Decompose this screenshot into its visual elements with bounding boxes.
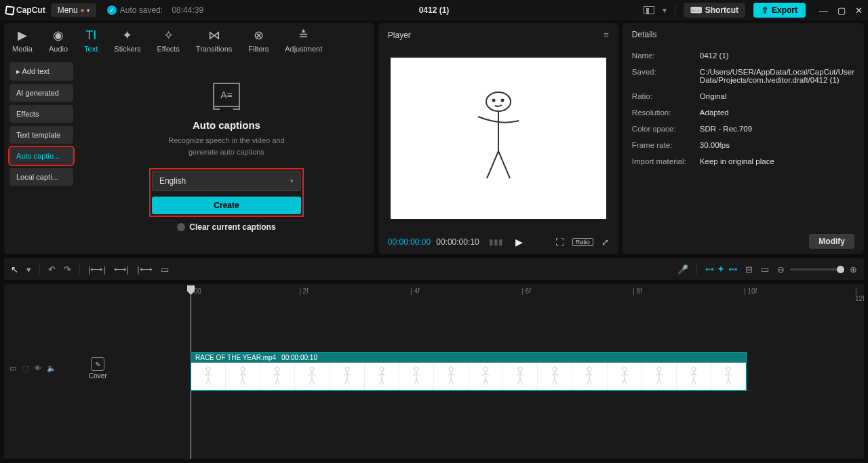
player-canvas[interactable] <box>391 58 606 219</box>
keyboard-icon: ⌨ <box>690 5 702 15</box>
svg-line-31 <box>344 379 347 385</box>
undo-button[interactable]: ↶ <box>48 264 56 275</box>
sidebar-item[interactable]: Text template <box>9 126 73 144</box>
tab-effects[interactable]: ✧Effects <box>157 28 179 53</box>
columns-icon[interactable]: ▮▮▮ <box>489 237 503 247</box>
mute-icon[interactable]: 🔈 <box>47 364 56 373</box>
svg-line-86 <box>659 379 662 385</box>
time-duration: 00:00:00:10 <box>436 237 479 247</box>
cursor-dropdown[interactable]: ▾ <box>26 264 31 275</box>
sidebar-item[interactable]: Effects <box>9 105 73 123</box>
svg-line-74 <box>589 379 592 385</box>
export-button[interactable]: ⇧Export <box>753 3 806 18</box>
svg-line-44 <box>416 379 419 385</box>
svg-line-84 <box>659 374 663 376</box>
details-row: Frame rate:30.00fps <box>632 141 854 149</box>
clear-captions-checkbox[interactable]: Clear current captions <box>177 222 275 232</box>
split-tool[interactable]: |⟷| <box>88 264 106 275</box>
tab-audio[interactable]: ◉Audio <box>49 28 68 53</box>
magnet-2[interactable]: ✦ <box>717 264 724 274</box>
check-icon: ✓ <box>107 5 117 15</box>
project-title: 0412 (1) <box>419 5 450 15</box>
split-left[interactable]: ⟷| <box>114 264 129 275</box>
auto-captions-content: A≡ Auto captions Recognize speech in the… <box>79 56 374 254</box>
close-button[interactable]: ✕ <box>855 5 863 16</box>
svg-line-5 <box>205 374 208 376</box>
svg-line-92 <box>694 379 696 385</box>
create-button[interactable]: Create <box>152 197 301 214</box>
svg-line-65 <box>551 374 555 376</box>
highlighted-area: English▾ Create <box>149 168 304 217</box>
svg-line-54 <box>486 374 489 376</box>
player-title: Player <box>388 31 411 40</box>
clip-duration: 00:00:00:10 <box>281 354 317 361</box>
mic-icon[interactable]: 🎤 <box>677 264 688 275</box>
svg-line-72 <box>589 374 593 376</box>
track-toggle-icon[interactable]: ▭ <box>9 364 16 373</box>
svg-line-20 <box>277 379 280 385</box>
svg-line-47 <box>448 374 451 376</box>
svg-line-48 <box>451 374 454 376</box>
menu-button[interactable]: Menu▾ <box>51 3 96 17</box>
cursor-tool[interactable]: ↖ <box>11 264 18 275</box>
eye-icon[interactable]: 👁 <box>34 364 41 373</box>
ratio-button[interactable]: Ratio <box>572 238 593 246</box>
video-clip[interactable]: RACE OF THE YEAR.mp400:00:00:10 <box>191 352 747 391</box>
magnet-3[interactable]: ▪-▪ <box>728 264 737 274</box>
zoom-slider[interactable] <box>790 268 844 270</box>
app-name: CapCut <box>16 5 45 15</box>
maximize-button[interactable]: ▢ <box>837 5 846 16</box>
preview-icon[interactable]: ▭ <box>761 264 769 275</box>
svg-line-49 <box>448 379 451 385</box>
svg-point-93 <box>726 367 730 371</box>
svg-line-71 <box>586 374 589 376</box>
details-row: Import material:Keep in original place <box>632 157 854 165</box>
sidebar-item[interactable]: Auto captio... <box>9 147 73 165</box>
svg-line-30 <box>347 374 351 376</box>
auto-captions-desc: Recognize speech in the video andgenerat… <box>168 135 284 157</box>
redo-button[interactable]: ↷ <box>64 264 71 275</box>
svg-point-33 <box>380 367 384 371</box>
language-dropdown[interactable]: English▾ <box>152 171 301 191</box>
svg-line-38 <box>382 379 384 385</box>
sidebar-item[interactable]: AI generated <box>9 84 73 102</box>
details-row: Color space:SDR - Rec.709 <box>632 125 854 133</box>
delete-tool[interactable]: ▭ <box>161 264 169 275</box>
svg-point-27 <box>345 367 349 371</box>
focus-icon[interactable]: ⛶ <box>555 237 564 247</box>
timeline-ruler[interactable]: :00| 2f| 4f| 6f| 8f| 10f| 12f <box>82 284 864 300</box>
align-icon[interactable]: ⊟ <box>745 264 753 275</box>
svg-point-2 <box>501 99 503 101</box>
svg-line-97 <box>726 379 728 385</box>
zoom-out[interactable]: ⊖ <box>777 264 785 275</box>
tab-text[interactable]: TIText <box>84 28 98 53</box>
timeline-gutter: ▭ ⬚ 👁 🔈 <box>4 284 82 459</box>
player-menu-icon[interactable]: ≡ <box>604 30 609 40</box>
tab-media[interactable]: ▶Media <box>12 28 33 53</box>
modify-button[interactable]: Modify <box>809 234 854 249</box>
lock-icon[interactable]: ⬚ <box>22 364 28 373</box>
layout-icon[interactable] <box>644 6 654 14</box>
tab-transitions[interactable]: ⋈Transitions <box>196 28 232 53</box>
svg-line-37 <box>379 379 382 385</box>
shortcut-button[interactable]: ⌨Shortcut <box>684 3 745 18</box>
minimize-button[interactable]: — <box>819 5 828 16</box>
frame-preview <box>468 87 529 190</box>
tab-filters[interactable]: ⊗Filters <box>248 28 269 53</box>
sidebar-item[interactable]: Local capti... <box>9 168 73 186</box>
split-right[interactable]: |⟷ <box>137 264 152 275</box>
timeline[interactable]: ▭ ⬚ 👁 🔈 ✎Cover :00| 2f| 4f| 6f| 8f| 10f|… <box>4 284 864 459</box>
magnet-1[interactable]: ▪-▪ <box>705 264 714 274</box>
svg-point-3 <box>206 367 210 371</box>
zoom-in[interactable]: ⊕ <box>850 264 857 275</box>
svg-point-0 <box>486 92 511 111</box>
svg-line-80 <box>625 379 627 385</box>
tab-adjustment[interactable]: ≛Adjustment <box>285 28 322 53</box>
fullscreen-icon[interactable]: ⤢ <box>601 237 609 247</box>
play-button[interactable]: ▶ <box>515 237 523 247</box>
tab-stickers[interactable]: ✦Stickers <box>114 28 140 53</box>
svg-line-59 <box>517 374 520 376</box>
sidebar-item[interactable]: ▸ Add text <box>9 62 73 81</box>
svg-line-41 <box>413 374 416 376</box>
svg-line-55 <box>484 379 486 385</box>
